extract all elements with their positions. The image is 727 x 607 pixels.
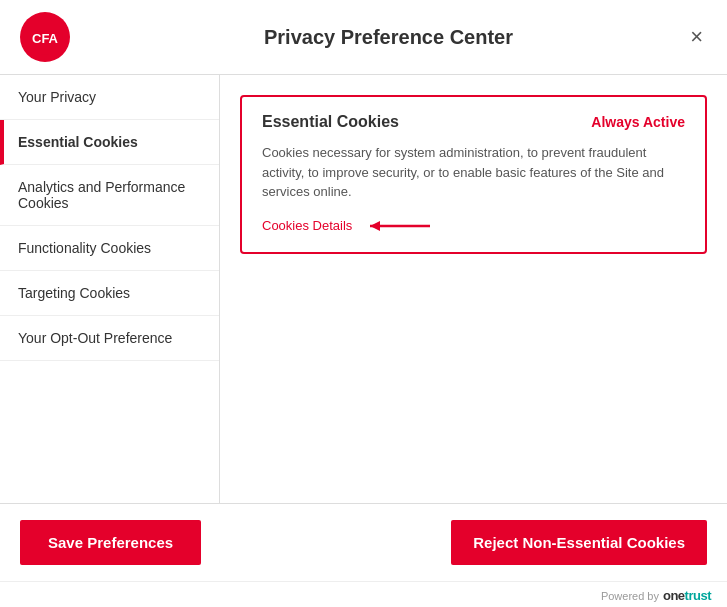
modal-body: Your Privacy Essential Cookies Analytics… bbox=[0, 75, 727, 503]
svg-marker-3 bbox=[370, 221, 380, 231]
onetrust-logo: onetrust bbox=[663, 588, 711, 603]
cookies-details-link[interactable]: Cookies Details bbox=[262, 218, 352, 233]
powered-by-bar: Powered by onetrust bbox=[0, 581, 727, 607]
card-description: Cookies necessary for system administrat… bbox=[262, 143, 685, 202]
brand-logo: CFA bbox=[20, 12, 70, 62]
card-header: Essential Cookies Always Active bbox=[262, 113, 685, 131]
sidebar-item-your-privacy[interactable]: Your Privacy bbox=[0, 75, 219, 120]
sidebar-item-functionality-cookies[interactable]: Functionality Cookies bbox=[0, 226, 219, 271]
sidebar-item-opt-out[interactable]: Your Opt-Out Preference bbox=[0, 316, 219, 361]
modal-title: Privacy Preference Center bbox=[70, 26, 707, 49]
modal-footer: Save Preferences Reject Non-Essential Co… bbox=[0, 503, 727, 581]
always-active-badge: Always Active bbox=[591, 114, 685, 130]
sidebar-item-analytics-cookies[interactable]: Analytics and Performance Cookies bbox=[0, 165, 219, 226]
privacy-modal: CFA Privacy Preference Center × Your Pri… bbox=[0, 0, 727, 607]
sidebar: Your Privacy Essential Cookies Analytics… bbox=[0, 75, 220, 503]
card-title: Essential Cookies bbox=[262, 113, 399, 131]
sidebar-item-essential-cookies[interactable]: Essential Cookies bbox=[0, 120, 219, 165]
modal-header: CFA Privacy Preference Center × bbox=[0, 0, 727, 75]
svg-text:CFA: CFA bbox=[32, 31, 59, 46]
powered-by-label: Powered by bbox=[601, 590, 659, 602]
close-button[interactable]: × bbox=[682, 20, 711, 54]
save-preferences-button[interactable]: Save Preferences bbox=[20, 520, 201, 565]
cookies-details-row: Cookies Details bbox=[262, 216, 685, 236]
logo-icon: CFA bbox=[27, 19, 63, 55]
content-area: Essential Cookies Always Active Cookies … bbox=[220, 75, 727, 503]
reject-non-essential-button[interactable]: Reject Non-Essential Cookies bbox=[451, 520, 707, 565]
essential-cookies-card: Essential Cookies Always Active Cookies … bbox=[240, 95, 707, 254]
sidebar-item-targeting-cookies[interactable]: Targeting Cookies bbox=[0, 271, 219, 316]
arrow-icon bbox=[360, 216, 440, 236]
